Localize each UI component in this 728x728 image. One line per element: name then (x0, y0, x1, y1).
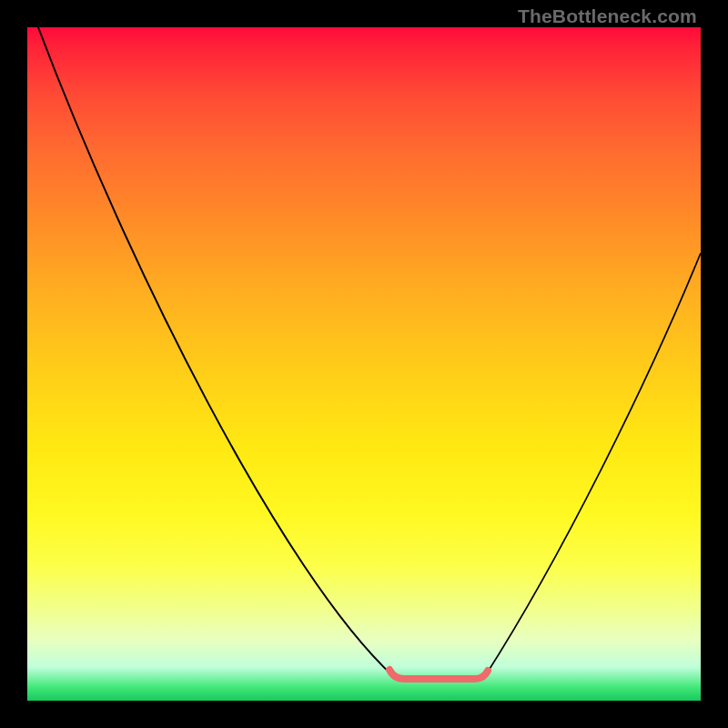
curve-left (38, 27, 393, 676)
curve-bottom-accent (389, 670, 488, 679)
watermark-text: TheBottleneck.com (518, 5, 697, 27)
chart-frame: TheBottleneck.com (0, 0, 728, 728)
chart-canvas (27, 27, 701, 701)
curve-right (485, 253, 701, 676)
